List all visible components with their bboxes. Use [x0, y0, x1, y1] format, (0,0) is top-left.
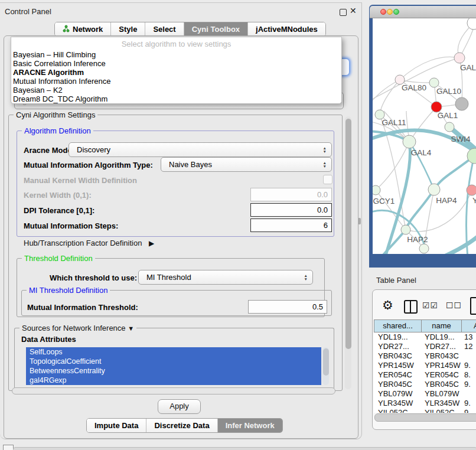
dropdown-item[interactable]: Basic Correlation Inference	[13, 59, 338, 68]
which-threshold-label: Which threshold to use:	[50, 273, 137, 282]
network-node-label: GCY1	[373, 197, 395, 206]
dropdown-item[interactable]: Dream8 DC_TDC Algorithm	[13, 94, 338, 103]
settings-hscrollbar[interactable]	[12, 387, 335, 394]
algorithm-dropdown-popup: Select algorithm to view settings Bayesi…	[11, 37, 342, 104]
attribute-item[interactable]: BetweennessCentrality	[26, 366, 321, 376]
table-cell: YBR043C	[421, 351, 461, 361]
expand-down-icon[interactable]: ▼	[128, 325, 134, 332]
network-window-titlebar[interactable]	[370, 6, 476, 18]
tab-impute-data[interactable]: Impute Data	[87, 419, 146, 432]
table-row[interactable]: YIL052CYIL052C9	[374, 408, 476, 413]
table-row[interactable]: YPR145WYPR145W9.	[374, 361, 476, 370]
network-node-label: GAL80	[402, 83, 426, 92]
table-row[interactable]: YBR043CYBR043C	[374, 351, 476, 361]
network-node[interactable]	[401, 225, 410, 234]
which-threshold-combobox[interactable]: MI Threshold ▲▼	[138, 270, 313, 285]
minimize-traffic-light[interactable]	[387, 9, 393, 15]
manual-kernel-checkbox[interactable]	[323, 175, 332, 184]
data-attributes-list: SelfLoops TopologicalCoefficient Between…	[26, 347, 321, 385]
group-title: Cyni Algorithm Settings	[14, 110, 97, 119]
expand-right-icon: ▶	[149, 239, 154, 247]
network-node-label: GAL1	[438, 111, 458, 120]
table-cell: YBR043C	[374, 351, 421, 361]
table-cell: YPR145W	[374, 361, 421, 370]
table-cell: 9	[461, 408, 476, 413]
tab-discretize-data[interactable]: Discretize Data	[146, 419, 217, 432]
table-hscrollbar[interactable]	[374, 413, 476, 422]
attributes-scrollbar-track[interactable]	[322, 347, 329, 385]
float-window-icon[interactable]	[340, 9, 347, 16]
settings-scrollbar-track[interactable]	[345, 116, 351, 389]
network-node[interactable]	[419, 244, 429, 253]
data-attributes-label: Data Attributes	[21, 335, 76, 344]
table-row[interactable]: YDL19...YDL19...13	[374, 332, 476, 342]
column-header[interactable]: A	[462, 319, 476, 332]
mi-steps-field[interactable]	[250, 219, 332, 232]
group-title: Algorithm Definition	[22, 126, 93, 135]
tab-jactivemnodules[interactable]: jActiveMNodules	[248, 22, 325, 36]
mi-threshold-field[interactable]	[248, 300, 327, 314]
dropdown-item[interactable]: Mutual Information Inference	[13, 77, 338, 86]
table-cell: YBR045C	[374, 380, 421, 389]
network-node-label: GAL11	[382, 118, 406, 127]
bottom-left-widget[interactable]	[3, 445, 14, 450]
table-row[interactable]: YDR27...YDR27...12	[374, 342, 476, 351]
attribute-item[interactable]: SelfLoops	[26, 347, 321, 357]
tab-cyni-toolbox[interactable]: Cyni Toolbox	[184, 22, 248, 36]
network-node[interactable]	[455, 97, 468, 110]
tab-infer-network[interactable]: Infer Network	[218, 419, 282, 432]
mi-type-combobox[interactable]: Naive Bayes ▲▼	[161, 157, 332, 172]
network-node[interactable]	[428, 184, 440, 195]
table-row[interactable]: YER054CYER054C8.	[374, 370, 476, 380]
table-cell: YIL052C	[421, 408, 461, 413]
network-node[interactable]	[467, 185, 476, 195]
dpi-tolerance-field[interactable]	[250, 203, 332, 217]
panel-splitter-handle[interactable]	[358, 218, 361, 224]
combo-arrows-icon: ▲▼	[323, 161, 331, 168]
table-cell: 9.	[461, 399, 476, 408]
table-row[interactable]: YLR345WYLR345W9.	[374, 399, 476, 408]
network-node[interactable]	[403, 135, 416, 148]
tab-select[interactable]: Select	[145, 22, 184, 36]
group-title: Threshold Definition	[22, 254, 95, 263]
document-icon[interactable]	[470, 297, 476, 315]
kernel-width-field[interactable]	[250, 188, 332, 201]
table-header-row: shared... name A	[374, 319, 476, 332]
column-header[interactable]: name	[422, 319, 462, 332]
attribute-item[interactable]: TopologicalCoefficient	[26, 357, 321, 366]
network-node[interactable]	[454, 53, 465, 63]
dropdown-item[interactable]: ARACNE Algorithm	[13, 68, 338, 77]
column-header[interactable]: shared...	[374, 319, 422, 332]
close-icon[interactable]: ✕	[350, 6, 357, 15]
zoom-traffic-light[interactable]	[393, 9, 399, 15]
deselect-all-icon[interactable]: ☐☐	[446, 301, 462, 310]
network-node-label: HAP2	[407, 235, 428, 244]
hub-definition-expander[interactable]: Hub/Transcription Factor Definition ▶	[24, 239, 154, 247]
settings-scrollbar-thumb[interactable]	[345, 119, 351, 349]
bottom-panel-edge	[13, 447, 476, 450]
table-row[interactable]: YBL079WYBL079W	[374, 389, 476, 399]
select-all-icon[interactable]: ☑☑	[422, 301, 438, 310]
network-node[interactable]	[429, 78, 439, 87]
tab-style[interactable]: Style	[111, 22, 145, 36]
attributes-scrollbar-thumb[interactable]	[323, 348, 329, 376]
group-title: MI Threshold Definition	[27, 286, 110, 295]
table-cell: 8.	[461, 370, 476, 380]
dropdown-item[interactable]: Bayesian – K2	[13, 86, 338, 94]
gear-icon[interactable]: ⚙	[382, 298, 393, 312]
attribute-item[interactable]: gal4RGexp	[26, 376, 321, 385]
table-cell: 9.	[461, 380, 476, 389]
columns-icon[interactable]	[404, 300, 418, 314]
close-traffic-light[interactable]	[380, 9, 386, 15]
control-panel-tabbar: Network Style Select Cyni Toolbox jActiv…	[54, 22, 326, 37]
network-node-label: GAL	[460, 63, 476, 72]
network-canvas[interactable]: GALGAL80GAL10GAL1GAL11SWI4GAL4GCY1HAP4YH…	[373, 18, 476, 254]
table-row[interactable]: YBR045CYBR045C9.	[374, 380, 476, 389]
table-cell: 13	[461, 332, 476, 342]
dropdown-item[interactable]: Bayesian – Hill Climbing	[13, 50, 338, 59]
network-node[interactable]	[373, 185, 380, 195]
tab-network[interactable]: Network	[55, 22, 111, 36]
network-node[interactable]	[445, 122, 454, 132]
aracne-mode-combobox[interactable]: Discovery ▲▼	[69, 142, 332, 157]
apply-button[interactable]: Apply	[158, 399, 201, 414]
